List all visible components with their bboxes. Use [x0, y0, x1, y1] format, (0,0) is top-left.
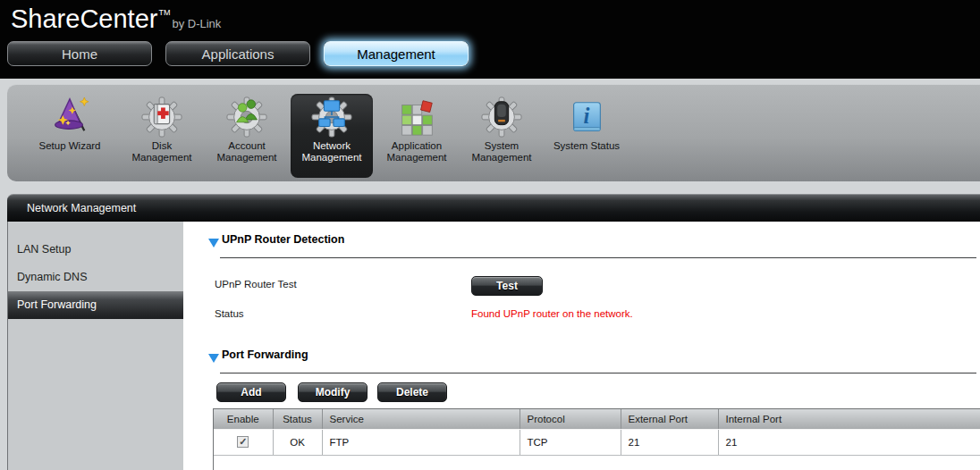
- column-header-enable: Enable: [214, 409, 273, 429]
- column-header-status: Status: [273, 409, 322, 429]
- section-title-port-forwarding: Port Forwarding: [222, 348, 308, 361]
- management-icon-toolbar: Setup Wizard Disk Management Account Man…: [7, 84, 980, 181]
- toolbar-item-label: Account Management: [206, 140, 288, 164]
- toolbar-item-label: Disk Management: [121, 140, 203, 164]
- sidebar-item-dynamic-dns[interactable]: Dynamic DNS: [8, 264, 183, 291]
- tab-applications[interactable]: Applications: [165, 41, 310, 66]
- enable-checkbox[interactable]: ✓: [237, 436, 249, 448]
- external-port-cell: 21: [621, 429, 718, 455]
- status-value: Found UPnP router on the network.: [471, 308, 633, 319]
- section-title-upnp: UPnP Router Detection: [222, 233, 344, 246]
- protocol-cell: TCP: [520, 429, 621, 455]
- toolbar-item-label: Network Management: [291, 140, 373, 164]
- toolbar-item-label: System Status: [553, 140, 620, 152]
- column-header-service: Service: [322, 409, 520, 429]
- service-cell: FTP: [322, 429, 520, 455]
- column-header-external-port: External Port: [621, 409, 718, 429]
- gear-users-icon: [226, 97, 267, 138]
- toolbar-item-label: Application Management: [376, 140, 458, 164]
- toolbar-item-application-management[interactable]: Application Management: [376, 94, 458, 178]
- svg-text:i: i: [584, 104, 590, 128]
- test-button[interactable]: Test: [471, 276, 543, 296]
- status-cell: OK: [273, 429, 322, 455]
- logo-text: ShareCenter: [11, 4, 157, 34]
- sidebar-item-port-forwarding[interactable]: Port Forwarding: [8, 291, 183, 319]
- port-forwarding-table: Enable Status Service Protocol External …: [213, 408, 980, 470]
- main-content: UPnP Router Detection UPnP Router Test T…: [183, 222, 980, 470]
- logo-byline: by D-Link: [172, 17, 221, 30]
- toolbar-item-account-management[interactable]: Account Management: [206, 94, 288, 178]
- toolbar-item-label: System Management: [460, 140, 543, 164]
- tab-home[interactable]: Home: [7, 41, 152, 66]
- gear-first-aid-icon: [141, 97, 182, 138]
- logo-trademark: TM: [158, 8, 170, 17]
- wizard-hat-icon: [49, 97, 90, 138]
- page-title: Network Management: [7, 194, 980, 222]
- toolbar-item-system-status[interactable]: i System Status: [545, 94, 628, 178]
- section-collapse-triangle-icon[interactable]: [208, 239, 219, 248]
- toolbar-item-disk-management[interactable]: Disk Management: [121, 94, 203, 178]
- column-header-internal-port: Internal Port: [718, 409, 980, 429]
- upnp-router-test-label: UPnP Router Test: [215, 279, 297, 290]
- toolbar-item-system-management[interactable]: System Management: [460, 94, 543, 178]
- section-collapse-triangle-icon[interactable]: [208, 354, 219, 363]
- add-button[interactable]: Add: [216, 382, 286, 402]
- modify-button[interactable]: Modify: [298, 382, 368, 402]
- enable-cell: ✓: [214, 429, 273, 455]
- sharecenter-window: ShareCenter TM by D-Link Home Applicatio…: [0, 0, 980, 470]
- toolbar-item-network-management[interactable]: Network Management: [291, 94, 373, 178]
- info-book-icon: i: [566, 97, 607, 138]
- toolbar-item-setup-wizard[interactable]: Setup Wizard: [29, 94, 111, 178]
- app-grid-icon: [396, 97, 437, 138]
- toolbar-item-label: Setup Wizard: [38, 140, 100, 152]
- sidebar: LAN Setup Dynamic DNS Port Forwarding: [7, 222, 183, 470]
- internal-port-cell: 21: [718, 429, 980, 455]
- sharecenter-logo: ShareCenter TM by D-Link: [11, 4, 221, 34]
- table-row[interactable]: ✓ OK FTP TCP 21 21: [214, 429, 980, 455]
- gear-device-icon: [481, 97, 522, 138]
- column-header-protocol: Protocol: [520, 409, 621, 429]
- app-header: ShareCenter TM by D-Link Home Applicatio…: [0, 0, 980, 79]
- gear-network-nodes-icon: [311, 97, 352, 138]
- sidebar-item-lan-setup[interactable]: LAN Setup: [8, 236, 183, 264]
- section-divider: [220, 257, 976, 258]
- section-divider: [220, 373, 976, 373]
- delete-button[interactable]: Delete: [377, 382, 447, 402]
- tab-management[interactable]: Management: [324, 41, 469, 66]
- table-header-row: Enable Status Service Protocol External …: [214, 409, 980, 429]
- status-label: Status: [215, 308, 244, 319]
